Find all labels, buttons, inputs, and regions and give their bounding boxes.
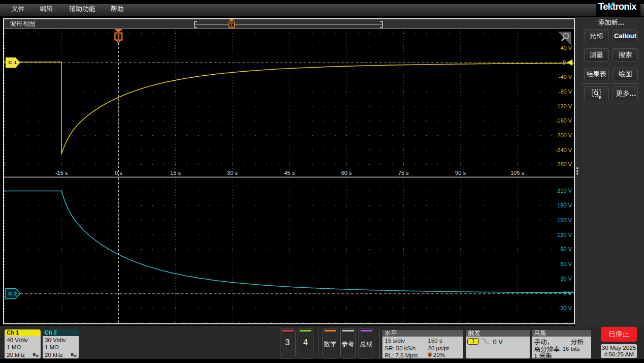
svg-text:C 1: C 1 [9, 59, 17, 65]
svg-text:0 V: 0 V [563, 290, 572, 296]
svg-text:-30 V: -30 V [559, 305, 572, 311]
svg-text:-160 V: -160 V [556, 117, 572, 124]
svg-text:150 V: 150 V [557, 217, 572, 223]
svg-text:-280 V: -280 V [556, 161, 572, 167]
svg-text:30 V: 30 V [560, 276, 572, 282]
svg-text:C 2: C 2 [9, 290, 17, 296]
svg-text:30 s: 30 s [227, 169, 238, 175]
svg-text:75 s: 75 s [398, 169, 409, 175]
svg-text:210 V: 210 V [557, 188, 572, 194]
svg-text:-15 s: -15 s [55, 169, 68, 175]
svg-text:40 V: 40 V [560, 44, 572, 50]
svg-text:-120 V: -120 V [556, 103, 572, 109]
svg-text:45 s: 45 s [284, 169, 295, 175]
svg-text:60 s: 60 s [341, 169, 352, 175]
svg-text:90 V: 90 V [560, 246, 572, 252]
svg-text:-80 V: -80 V [559, 88, 572, 95]
svg-text:105 s: 105 s [510, 169, 524, 175]
svg-text:90 s: 90 s [455, 169, 466, 175]
svg-text:60 V: 60 V [560, 261, 572, 267]
svg-text:-240 V: -240 V [556, 146, 572, 153]
svg-text:180 V: 180 V [557, 202, 572, 208]
svg-text:0: 0 [563, 59, 566, 65]
svg-text:15 s: 15 s [170, 169, 181, 175]
svg-text:T: T [117, 33, 120, 39]
svg-text:-40 V: -40 V [559, 74, 572, 80]
svg-text:120 V: 120 V [557, 231, 572, 237]
svg-text:0 s: 0 s [115, 169, 122, 175]
svg-text:-200 V: -200 V [556, 132, 572, 138]
